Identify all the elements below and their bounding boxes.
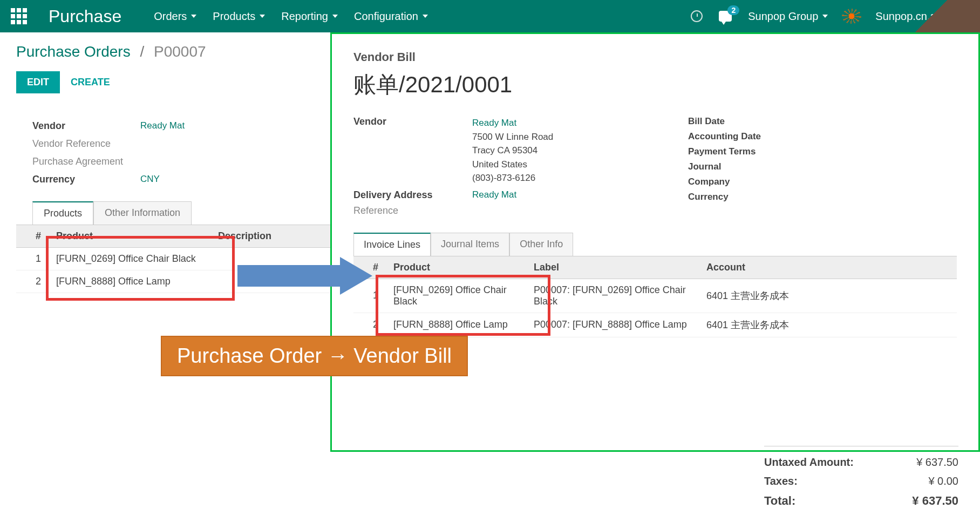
callout-label: Purchase Order → Vendor Bill: [161, 336, 468, 376]
col-label[interactable]: Label: [526, 256, 699, 279]
chevron-down-icon: [423, 15, 428, 18]
cell-label: P00007: [FURN_8888] Office Lamp: [526, 313, 699, 337]
bill-heading: Vendor Bill: [353, 50, 957, 64]
bill-label-delivery: Delivery Address: [353, 189, 472, 201]
cell-account: 6401 主营业务成本: [699, 313, 957, 337]
edit-button[interactable]: EDIT: [16, 71, 60, 93]
value-vendor[interactable]: Ready Mat: [140, 120, 302, 132]
label-company: Company: [688, 177, 796, 187]
main-menu: Orders Products Reporting Configuration: [154, 10, 428, 23]
col-product[interactable]: Product: [386, 256, 526, 279]
bill-vendor-block: Ready Mat 7500 W Linne Road Tracy CA 953…: [472, 116, 688, 185]
bill-lines-table: # Product Label Account 1 [FURN_0269] Of…: [353, 256, 957, 337]
menu-orders[interactable]: Orders: [154, 10, 196, 23]
breadcrumb-current: P00007: [154, 43, 206, 60]
label-vendor-ref: Vendor Reference: [32, 138, 140, 150]
label-total: Total:: [764, 494, 795, 508]
value-vendor-ref: [140, 138, 302, 150]
messages-badge: 2: [727, 5, 739, 15]
col-product[interactable]: Product: [49, 225, 210, 248]
bill-delivery[interactable]: Ready Mat: [472, 189, 688, 200]
totals-block: Untaxed Amount: ¥ 637.50 Taxes: ¥ 0.00 T…: [764, 446, 958, 511]
value-untaxed: ¥ 637.50: [916, 456, 958, 469]
chevron-down-icon: [964, 15, 969, 18]
chevron-down-icon: [822, 15, 828, 18]
cell-product: [FURN_8888] Office Lamp: [386, 313, 526, 337]
chevron-down-icon: [260, 15, 265, 18]
breadcrumb-root[interactable]: Purchase Orders: [16, 43, 131, 60]
cell-product: [FURN_0269] Office Chair Black: [386, 279, 526, 313]
chevron-down-icon: [191, 15, 196, 18]
cell-account: 6401 主营业务成本: [699, 279, 957, 313]
cell-number: 2: [353, 313, 386, 337]
menu-configuration[interactable]: Configuration: [354, 10, 428, 23]
label-currency: Currency: [688, 192, 796, 202]
brand-title[interactable]: Purchase: [49, 6, 121, 26]
label-vendor: Vendor: [32, 120, 140, 132]
table-row[interactable]: 1 [FURN_0269] Office Chair Black P00007:…: [353, 279, 957, 313]
tab-other-information[interactable]: Other Information: [93, 201, 192, 225]
breadcrumb-sep: /: [140, 43, 144, 60]
bill-side-labels: Bill Date Accounting Date Payment Terms …: [688, 116, 796, 202]
company-switcher[interactable]: Sunpop Group: [748, 10, 828, 23]
tab-journal-items[interactable]: Journal Items: [431, 233, 509, 256]
bill-vendor-phone: (803)-873-6126: [472, 171, 688, 185]
cell-number: 1: [16, 248, 49, 270]
col-number[interactable]: #: [16, 225, 49, 248]
value-total: ¥ 637.50: [912, 494, 958, 508]
menu-products[interactable]: Products: [213, 10, 265, 23]
label-currency: Currency: [32, 174, 140, 185]
chevron-down-icon: [332, 15, 338, 18]
apps-icon[interactable]: [11, 8, 27, 24]
cell-product: [FURN_0269] Office Chair Black: [49, 248, 210, 270]
bill-label-reference: Reference: [353, 205, 472, 216]
tab-products[interactable]: Products: [32, 201, 93, 225]
label-accounting-date: Accounting Date: [688, 131, 796, 142]
tab-invoice-lines[interactable]: Invoice Lines: [353, 233, 431, 256]
value-purchase-agreement: [140, 156, 302, 167]
value-taxes: ¥ 0.00: [928, 475, 958, 487]
label-bill-date: Bill Date: [688, 116, 796, 127]
bill-tabs: Invoice Lines Journal Items Other Info: [353, 233, 957, 256]
label-payment-terms: Payment Terms: [688, 146, 796, 157]
cell-label: P00007: [FURN_0269] Office Chair Black: [526, 279, 699, 313]
bill-label-vendor: Vendor: [353, 116, 472, 127]
clock-icon[interactable]: [691, 10, 703, 22]
cell-number: 2: [16, 270, 49, 293]
label-purchase-agreement: Purchase Agreement: [32, 156, 140, 167]
topbar: Purchase Orders Products Reporting Confi…: [0, 0, 980, 32]
bill-vendor-addr2: Tracy CA 95304: [472, 144, 688, 158]
vendor-bill-panel: Vendor Bill 账单/2021/0001 Vendor Ready Ma…: [330, 32, 980, 452]
bill-form: Vendor Ready Mat 7500 W Linne Road Tracy…: [353, 116, 957, 216]
menu-reporting[interactable]: Reporting: [281, 10, 338, 23]
sunpop-logo-icon: [844, 11, 859, 22]
label-untaxed: Untaxed Amount:: [764, 456, 854, 469]
label-journal: Journal: [688, 161, 796, 172]
arrow-icon: [237, 257, 378, 295]
bill-vendor-addr1: 7500 W Linne Road: [472, 130, 688, 144]
value-currency[interactable]: CNY: [140, 174, 302, 185]
col-account[interactable]: Account: [699, 256, 957, 279]
user-menu[interactable]: Sunpop.cn,admin: [875, 10, 969, 23]
bill-title: 账单/2021/0001: [353, 70, 957, 100]
tab-other-info[interactable]: Other Info: [509, 233, 573, 256]
cell-product: [FURN_8888] Office Lamp: [49, 270, 210, 293]
table-row[interactable]: 2 [FURN_8888] Office Lamp P00007: [FURN_…: [353, 313, 957, 337]
create-button[interactable]: CREATE: [71, 77, 110, 88]
label-taxes: Taxes:: [764, 475, 798, 487]
bill-vendor-addr3: United States: [472, 158, 688, 172]
messages-button[interactable]: 2: [719, 11, 732, 22]
bill-vendor-name[interactable]: Ready Mat: [472, 116, 688, 130]
topbar-right: 2 Sunpop Group Sunpop.cn,admin: [691, 10, 969, 23]
